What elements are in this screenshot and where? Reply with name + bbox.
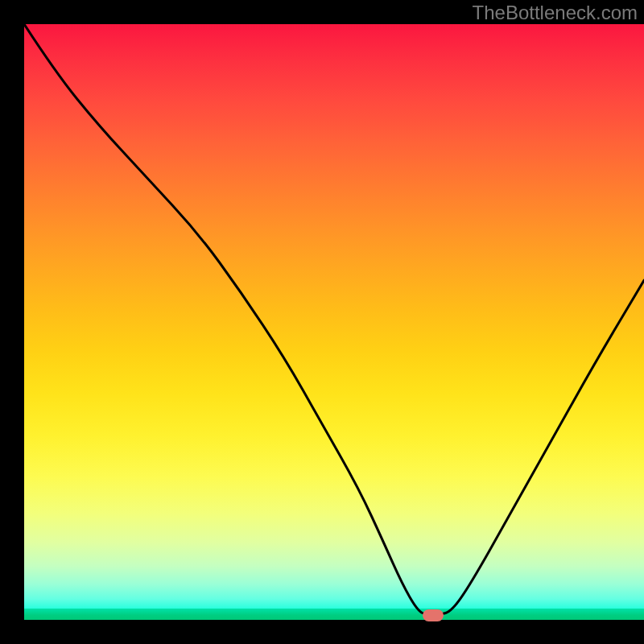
curve-path	[24, 24, 644, 615]
chart-container: TheBottleneck.com	[0, 0, 644, 644]
plot-area	[24, 24, 644, 620]
optimal-marker	[423, 609, 444, 621]
watermark-text: TheBottleneck.com	[473, 2, 638, 24]
bottleneck-curve	[24, 24, 644, 620]
